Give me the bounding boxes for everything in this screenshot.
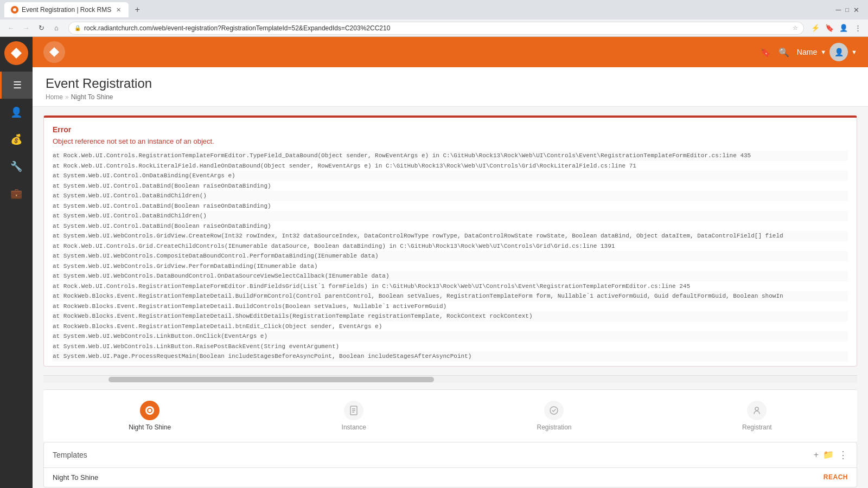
- finance-icon: 💰: [10, 133, 22, 145]
- menu-button[interactable]: ⋮: [852, 22, 864, 34]
- workflow-tab-label-2: Registration: [537, 423, 571, 431]
- sidebar-item-finance[interactable]: 💰: [0, 126, 33, 153]
- app-logo[interactable]: [4, 41, 28, 65]
- stack-trace-line: at System.Web.UI.WebControls.DataBoundCo…: [53, 271, 848, 281]
- stack-trace-line: at RockWeb.Blocks.Event.RegistrationTemp…: [53, 322, 848, 332]
- workflow-tab-label-1: Instance: [342, 423, 366, 431]
- stack-trace-line: at RockWeb.Blocks.Event.RegistrationTemp…: [53, 301, 848, 312]
- lock-icon: 🔒: [74, 25, 81, 31]
- minimize-button[interactable]: ─: [835, 5, 841, 14]
- navbar-actions: 🔖 🔍 Name ▼ 👤 ▼: [760, 43, 857, 61]
- tab-close-button[interactable]: ✕: [114, 6, 122, 14]
- templates-section: Templates + 📁 ⋮ Night To Shine REACH: [43, 442, 857, 487]
- breadcrumb-current: Night To Shine: [71, 93, 113, 101]
- stack-trace-line: at System.Web.UI.Page.ProcessRequestMain…: [53, 351, 848, 362]
- profile-button[interactable]: 👤: [838, 22, 850, 34]
- stack-trace-line: at Rock.Web.UI.Controls.RegistrationTemp…: [53, 281, 848, 292]
- navbar-logo[interactable]: [43, 41, 65, 63]
- workflow-tab-label-0: Night To Shine: [129, 423, 171, 431]
- horizontal-scrollbar[interactable]: [43, 375, 857, 383]
- tools-icon: 🔧: [10, 160, 22, 172]
- workflow-tab-label-3: Registrant: [742, 423, 772, 431]
- workflow-tab-registrant[interactable]: Registrant: [731, 396, 783, 435]
- browser-chrome: Event Registration | Rock RMS ✕ + ─ □ ✕ …: [0, 0, 868, 37]
- back-button[interactable]: ←: [4, 22, 17, 35]
- forward-button[interactable]: →: [20, 22, 33, 35]
- templates-title: Templates: [53, 451, 814, 459]
- workflow-tab-registration[interactable]: Registration: [526, 396, 582, 435]
- templates-header: Templates + 📁 ⋮: [44, 442, 857, 468]
- browser-actions: ⚡ 🔖 👤 ⋮: [809, 22, 864, 34]
- extensions-button[interactable]: ⚡: [809, 22, 821, 34]
- url-text: rock.radiantchurch.com/web/event-registr…: [84, 24, 390, 32]
- tab-bar: Event Registration | Rock RMS ✕ + ─ □ ✕: [0, 0, 868, 20]
- templates-row-action[interactable]: REACH: [824, 473, 848, 481]
- stack-trace: at Rock.Web.UI.Controls.RegistrationTemp…: [53, 151, 848, 366]
- stack-trace-line: at Rock.Web.UI.Controls.RockLiteralField…: [53, 161, 848, 171]
- close-button[interactable]: ✕: [853, 6, 859, 14]
- stack-trace-line: at System.Web.UI.Control.DataBindChildre…: [53, 211, 848, 221]
- templates-row: Night To Shine REACH: [44, 468, 857, 487]
- menu-icon: ☰: [13, 79, 22, 91]
- stack-trace-line: at RockWeb.Blocks.Event.RegistrationTemp…: [53, 311, 848, 322]
- stack-trace-line: at System.Web.UI.Control.OnDataBinding(E…: [53, 171, 848, 181]
- new-tab-button[interactable]: +: [131, 3, 144, 16]
- stack-trace-line: at System.Web.UI.Control.DataBind(Boolea…: [53, 221, 848, 232]
- sidebar-item-admin[interactable]: 💼: [0, 180, 33, 207]
- stack-trace-line: at System.Web.UI.WebControls.CompositeDa…: [53, 251, 848, 261]
- main-content: 🔖 🔍 Name ▼ 👤 ▼ Event Registration Home »…: [33, 37, 868, 488]
- error-message: Object reference not set to an instance …: [53, 137, 848, 145]
- templates-actions: + 📁 ⋮: [814, 449, 848, 461]
- scrollbar-thumb[interactable]: [108, 377, 434, 382]
- sidebar-item-menu[interactable]: ☰: [0, 72, 33, 99]
- workflow-tab-icon-3: [747, 401, 767, 420]
- content-area: Error Object reference not set to an ins…: [33, 107, 868, 488]
- templates-more-button[interactable]: ⋮: [838, 449, 848, 461]
- stack-trace-line: at RockWeb.Blocks.Event.RegistrationTemp…: [53, 291, 848, 301]
- search-nav-icon[interactable]: 🔍: [778, 47, 789, 57]
- stack-trace-line: at System.Web.UI.WebControls.GridView.Cr…: [53, 231, 848, 241]
- error-title: Error: [53, 125, 848, 134]
- sidebar: ☰ 👤 💰 🔧 💼: [0, 37, 33, 488]
- stack-trace-line: at System.Web.UI.Control.DataBindChildre…: [53, 191, 848, 201]
- maximize-button[interactable]: □: [845, 7, 849, 13]
- user-name-label: Name: [797, 48, 817, 56]
- workflow-tab-icon-0: [140, 401, 159, 420]
- workflow-tab-instance[interactable]: Instance: [331, 396, 377, 435]
- workflow-tab-icon-1: [344, 401, 363, 420]
- workflow-tab-icon-2: [544, 401, 564, 420]
- breadcrumb-home[interactable]: Home: [46, 93, 63, 101]
- bookmark-nav-icon[interactable]: 🔖: [760, 47, 771, 57]
- workflow-tab-night-to-shine[interactable]: Night To Shine: [118, 396, 182, 435]
- avatar[interactable]: 👤: [829, 43, 848, 61]
- page-header: Event Registration Home » Night To Shine: [33, 67, 868, 107]
- stack-trace-line: at Rock.Web.UI.Controls.RegistrationTemp…: [53, 151, 848, 161]
- bookmark-button[interactable]: 🔖: [824, 22, 835, 34]
- user-menu[interactable]: Name ▼ 👤 ▼: [797, 43, 857, 61]
- templates-folder-button[interactable]: 📁: [823, 450, 834, 460]
- breadcrumb: Home » Night To Shine: [46, 93, 855, 101]
- people-icon: 👤: [10, 106, 22, 118]
- stack-trace-line: at System.Web.UI.WebControls.LinkButton.…: [53, 331, 848, 342]
- tab-favicon: [11, 6, 18, 14]
- avatar-placeholder: 👤: [834, 48, 844, 56]
- tab-title: Event Registration | Rock RMS: [22, 6, 111, 14]
- top-navbar: 🔖 🔍 Name ▼ 👤 ▼: [33, 37, 868, 67]
- svg-point-7: [755, 407, 758, 410]
- address-bar[interactable]: 🔒 rock.radiantchurch.com/web/event-regis…: [68, 22, 804, 35]
- home-button[interactable]: ⌂: [50, 22, 63, 35]
- reload-button[interactable]: ↻: [35, 22, 48, 35]
- user-dropdown-icon: ▼: [820, 49, 826, 55]
- stack-trace-line: at System.Web.UI.WebControls.GridView.Pe…: [53, 261, 848, 272]
- active-tab[interactable]: Event Registration | Rock RMS ✕: [4, 2, 129, 17]
- sidebar-item-tools[interactable]: 🔧: [0, 153, 33, 180]
- browser-controls: ← → ↻ ⌂ 🔒 rock.radiantchurch.com/web/eve…: [0, 20, 868, 37]
- avatar-expand-icon: ▼: [851, 49, 857, 55]
- templates-row-name: Night To Shine: [53, 473, 824, 481]
- svg-point-1: [148, 408, 152, 413]
- page-title: Event Registration: [46, 76, 855, 91]
- templates-add-button[interactable]: +: [814, 450, 819, 460]
- stack-trace-line: at System.Web.UI.WebControls.LinkButton.…: [53, 342, 848, 352]
- error-box: Error Object reference not set to an ins…: [43, 115, 857, 367]
- sidebar-item-people[interactable]: 👤: [0, 99, 33, 126]
